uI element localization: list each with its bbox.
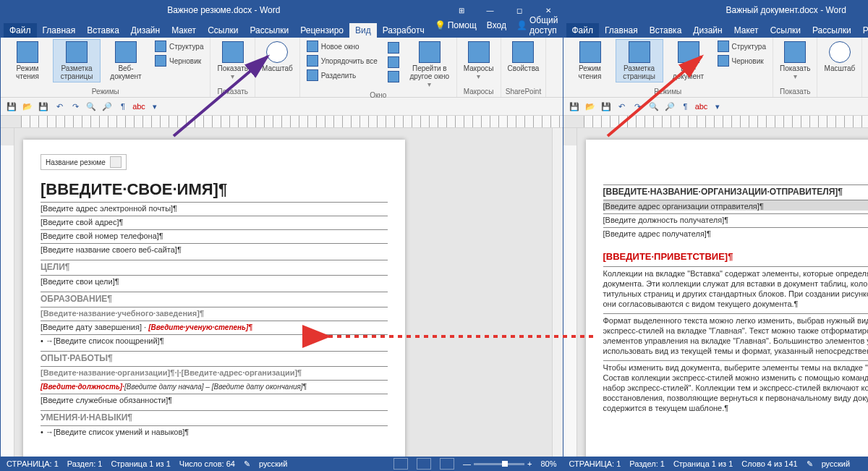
document-scroll-left[interactable]: Название резюме [ВВЕДИТЕ·СВОЕ·ИМЯ]¶ [Вве… — [14, 128, 552, 457]
share-button[interactable]: 👤 Общий доступ — [512, 13, 563, 38]
ruler-v-right[interactable] — [563, 128, 577, 457]
exp-duties-field[interactable]: [Введите служебные обязанности]¶ — [41, 394, 388, 404]
sign-in[interactable]: Вход — [482, 18, 511, 33]
print-layout-button[interactable]: Разметка страницы — [616, 39, 663, 82]
tab-review[interactable]: Рецензиро — [857, 23, 868, 38]
tab-layout[interactable]: Макет — [166, 23, 202, 38]
tell-me[interactable]: 💡 Помощ — [430, 18, 481, 33]
redo-icon[interactable]: ↷ — [631, 100, 644, 113]
zoom-slider[interactable] — [474, 463, 524, 465]
customize-qat-icon[interactable]: ▾ — [711, 100, 724, 113]
reset-window-button[interactable] — [384, 69, 403, 84]
view-print-icon[interactable] — [417, 458, 431, 470]
status-pages[interactable]: Страница 1 из 1 — [673, 459, 733, 468]
tab-view[interactable]: Вид — [349, 23, 377, 38]
status-section[interactable]: Раздел: 1 — [67, 459, 103, 468]
status-page[interactable]: СТРАНИЦА: 1 — [7, 459, 59, 468]
status-proof-icon[interactable]: ✎ — [807, 459, 813, 469]
zoom-in-icon[interactable]: 🔎 — [101, 100, 114, 113]
web-layout-button[interactable]: Веб-документ — [665, 39, 712, 82]
paragraph-2[interactable]: Формат выделенного текста можно легко из… — [603, 313, 869, 356]
awards-field[interactable]: • →[Введите список поощрений]¶ — [41, 334, 388, 345]
split-button[interactable]: Разделить — [865, 68, 868, 82]
tab-mailings[interactable]: Рассылки — [244, 23, 294, 38]
read-mode-button[interactable]: Режим чтения — [4, 39, 51, 82]
status-section[interactable]: Раздел: 1 — [629, 459, 665, 468]
email-field[interactable]: [Введите адрес электронной почты]¶ — [41, 202, 388, 213]
tab-file[interactable]: Файл — [566, 23, 600, 38]
sync-scroll-button[interactable] — [384, 55, 403, 69]
skills-field[interactable]: • →[Введите список умений и навыков]¶ — [41, 425, 388, 436]
status-page[interactable]: СТРАНИЦА: 1 — [569, 459, 621, 468]
view-web-icon[interactable] — [440, 458, 454, 470]
tab-developer[interactable]: Разработч — [377, 23, 430, 38]
edu-date-line[interactable]: [Введите дату завершения] · [Введите·уче… — [41, 321, 388, 331]
save2-icon[interactable]: 💾 — [37, 100, 50, 113]
new-window-button[interactable]: Новое окно — [303, 39, 381, 54]
pilcrow-icon[interactable]: ¶ — [116, 100, 129, 113]
open-icon[interactable]: 📂 — [584, 100, 597, 113]
arrange-all-button[interactable]: Упорядочить все — [865, 54, 868, 68]
print-layout-button[interactable]: Разметка страницы — [53, 39, 101, 82]
read-mode-button[interactable]: Режим чтения — [566, 39, 614, 82]
tab-home[interactable]: Главная — [37, 23, 82, 38]
zoom-out-icon[interactable]: 🔍 — [85, 100, 98, 113]
properties-button[interactable]: Свойства — [504, 39, 543, 75]
exp-org-field[interactable]: [Введите·название·организации]¶·|·[Введи… — [41, 366, 388, 377]
tab-insert[interactable]: Вставка — [644, 23, 688, 38]
open-icon[interactable]: 📂 — [21, 100, 34, 113]
phone-field[interactable]: [Введите свой номер телефона]¶ — [41, 229, 388, 240]
web-layout-button[interactable]: Веб-документ — [102, 39, 150, 82]
split-button[interactable]: Разделить — [303, 68, 381, 82]
status-lang[interactable]: русский — [259, 459, 287, 468]
zoom-out-icon[interactable]: 🔍 — [647, 100, 660, 113]
pilcrow-icon[interactable]: ¶ — [679, 100, 692, 113]
save-icon[interactable]: 💾 — [5, 100, 18, 113]
draft-button[interactable]: Черновик — [151, 54, 207, 68]
customize-qat-icon[interactable]: ▾ — [148, 100, 161, 113]
tab-design[interactable]: Дизайн — [687, 23, 728, 38]
status-proof-icon[interactable]: ✎ — [244, 459, 250, 469]
tab-home[interactable]: Главная — [599, 23, 644, 38]
tab-references[interactable]: Ссылки — [202, 23, 244, 38]
exp-dates-line[interactable]: [Введите·должность]·[Введите дату начала… — [41, 380, 388, 391]
draft-button[interactable]: Черновик — [714, 54, 770, 68]
spelling-icon[interactable]: abc — [132, 100, 145, 113]
redo-icon[interactable]: ↷ — [69, 100, 82, 113]
website-field[interactable]: [Введите название своего веб-сайта]¶ — [41, 243, 388, 254]
outline-button[interactable]: Структура — [151, 39, 207, 54]
status-words[interactable]: Число слов: 64 — [179, 459, 235, 468]
zoom-button[interactable]: Масштаб — [820, 39, 859, 75]
ruler-v-left[interactable] — [1, 128, 14, 457]
paragraph-1[interactable]: Коллекции на вкладке "Вставка" содержат … — [603, 266, 869, 309]
document-scroll-right[interactable]: [ВВЕДИТЕ·НАЗВАНИЕ·ОРГАНИЗАЦИИ·ОТПРАВИТЕЛ… — [577, 128, 869, 457]
tab-mailings[interactable]: Рассылки — [807, 23, 857, 38]
status-pages[interactable]: Страница 1 из 1 — [111, 459, 170, 468]
field-dropdown-icon[interactable] — [110, 156, 122, 168]
field-tab[interactable]: Название резюме — [41, 154, 127, 170]
status-zoom[interactable]: 80% — [540, 459, 556, 468]
new-window-button[interactable]: Новое окно — [865, 39, 868, 54]
side-by-side-button[interactable] — [384, 41, 403, 55]
undo-icon[interactable]: ↶ — [616, 100, 629, 113]
status-words[interactable]: Слово 4 из 141 — [741, 459, 797, 468]
arrange-all-button[interactable]: Упорядочить все — [303, 54, 381, 68]
view-read-icon[interactable] — [393, 458, 408, 470]
tab-file[interactable]: Файл — [4, 23, 37, 38]
status-lang[interactable]: русский — [822, 459, 850, 468]
ruler-h-right[interactable] — [563, 116, 869, 128]
tab-design[interactable]: Дизайн — [125, 23, 166, 38]
show-button[interactable]: Показать▾ — [213, 39, 252, 82]
save2-icon[interactable]: 💾 — [600, 100, 613, 113]
save-icon[interactable]: 💾 — [568, 100, 581, 113]
tab-references[interactable]: Ссылки — [765, 23, 807, 38]
zoom-in-icon[interactable]: 🔎 — [663, 100, 676, 113]
edu-org-field[interactable]: [Введите·название·учебного·заведения]¶ — [41, 307, 388, 318]
undo-icon[interactable]: ↶ — [53, 100, 66, 113]
goals-field[interactable]: [Введите свои цели]¶ — [41, 275, 388, 286]
paragraph-3[interactable]: Чтобы изменить вид документа, выберите э… — [603, 360, 869, 413]
org-addr-field[interactable]: [Введите адрес организации отправителя]¶ — [603, 200, 869, 211]
tab-review[interactable]: Рецензиро — [294, 23, 349, 38]
show-button[interactable]: Показать▾ — [776, 39, 814, 82]
outline-button[interactable]: Структура — [714, 39, 770, 54]
